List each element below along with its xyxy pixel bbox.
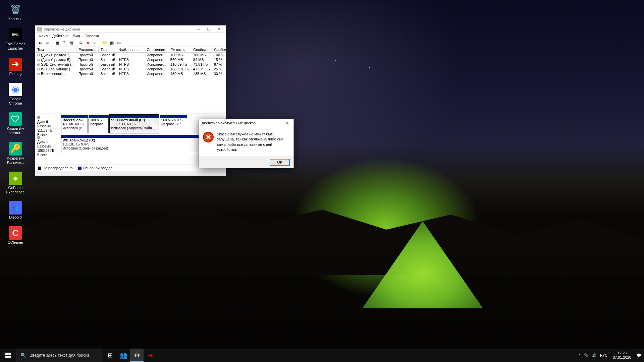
menu-вид[interactable]: Вид xyxy=(73,34,80,38)
column-header[interactable]: Тип xyxy=(98,47,117,53)
start-button[interactable] xyxy=(0,349,16,362)
check-button[interactable]: ✓ xyxy=(92,40,98,46)
partition[interactable]: SSD Системный (C:)110,69 ГБ NTFSИсправен… xyxy=(109,115,159,133)
list-button[interactable]: ▤ xyxy=(68,40,74,46)
taskbar-exitlag[interactable]: ➔ xyxy=(144,349,157,362)
refresh-button[interactable]: ? xyxy=(61,40,67,46)
partition-header xyxy=(61,115,88,118)
window-titlebar[interactable]: Управление дисками ─ ▢ ✕ xyxy=(35,25,226,33)
back-button[interactable]: ⇐ xyxy=(37,40,43,46)
partition-header xyxy=(160,115,187,118)
ok-button[interactable]: ОК xyxy=(270,159,289,165)
table-cell: Базовый xyxy=(98,67,117,71)
forward-button[interactable]: ⇒ xyxy=(44,40,50,46)
table-cell: Исправен... xyxy=(145,71,168,76)
disk-label[interactable]: ⛁ Диск 0Базовый111,77 ГБВ сети xyxy=(35,114,60,134)
table-cell: Простой xyxy=(76,57,98,62)
taskbar-discord[interactable]: 👥 xyxy=(117,349,130,362)
delete-button[interactable]: ✕ xyxy=(85,40,91,46)
tray-chevron-icon[interactable]: ^ xyxy=(579,353,581,357)
column-header[interactable]: Состояние xyxy=(145,47,168,53)
desktop-icon-chrome[interactable]: ◉Google Chrome xyxy=(3,83,28,106)
desktop-icon-recycle-bin[interactable]: 🗑️Корзина xyxy=(3,3,28,21)
table-cell: Базовый xyxy=(98,62,117,67)
volume-table-wrap: ТомРасполо...ТипФайловая с...СостояниеЕм… xyxy=(35,47,226,114)
kaspersky-internet-icon: 🛡 xyxy=(9,112,22,126)
volume-table[interactable]: ТомРасполо...ТипФайловая с...СостояниеЕм… xyxy=(35,47,226,76)
table-cell: (Диск 0 раздел 2) xyxy=(35,53,76,58)
partition[interactable]: 560 МБ NTFSИсправен (Разде xyxy=(160,115,187,133)
tray-language[interactable]: РУС xyxy=(600,353,607,357)
table-row[interactable]: SSD Системный (...ПростойБазовыйNTFSИспр… xyxy=(35,62,226,67)
partition[interactable]: 100 МБИсправен (I xyxy=(89,115,109,133)
dialog-titlebar[interactable]: Диспетчер виртуальных дисков ✕ xyxy=(199,119,293,127)
menu-действие[interactable]: Действие xyxy=(52,34,68,38)
partition[interactable]: Восстановить450 МБ NTFSИсправен (Разде xyxy=(61,115,88,133)
desktop-icon-ccleaner[interactable]: CCCleaner xyxy=(3,226,28,245)
folder-button[interactable]: 📁 xyxy=(102,40,108,46)
props-button[interactable]: ▦ xyxy=(109,40,115,46)
table-cell: 100 МБ xyxy=(191,53,212,58)
desktop-icon-kaspersky-internet[interactable]: 🛡Kaspersky Internet... xyxy=(3,112,28,135)
task-view-button[interactable]: ⊞ xyxy=(103,349,117,362)
disk-management-window: Управление дисками ─ ▢ ✕ ФайлДействиеВид… xyxy=(35,25,226,176)
desktop-icon-label: Kaspersky Passwor... xyxy=(3,156,28,165)
desktop-icon-label: Kaspersky Internet... xyxy=(3,126,28,135)
table-cell: Восстановить xyxy=(35,71,76,76)
minimize-button[interactable]: ─ xyxy=(194,26,204,33)
column-header[interactable]: Свободно % xyxy=(212,47,226,53)
taskbar-disk-mgmt[interactable]: ⛁ xyxy=(130,349,144,362)
table-row[interactable]: (Диск 0 раздел 2)ПростойБазовыйИсправен.… xyxy=(35,53,226,58)
chrome-icon: ◉ xyxy=(9,83,22,96)
partition-body: 100 МБИсправен (I xyxy=(89,118,108,133)
table-cell: Исправен... xyxy=(145,53,168,58)
close-button[interactable]: ✕ xyxy=(214,26,224,33)
column-header[interactable]: Том xyxy=(35,47,76,53)
geforce-icon: ◆ xyxy=(9,172,22,185)
table-cell: 135 МБ xyxy=(191,71,212,76)
window-title: Управление дисками xyxy=(44,27,194,31)
desktop-icon-geforce[interactable]: ◆GeForce Experience xyxy=(3,172,28,194)
table-cell: 110,69 ГБ xyxy=(168,62,191,67)
exitlag-icon: ➔ xyxy=(9,58,22,71)
view-button[interactable]: ▦ xyxy=(54,40,60,46)
column-header[interactable]: Свобод... xyxy=(191,47,212,53)
column-header[interactable]: Располо... xyxy=(76,47,98,53)
epic-games-icon: EPIC xyxy=(9,28,22,41)
dialog-close-button[interactable]: ✕ xyxy=(284,120,291,126)
desktop-icon-discord[interactable]: 👥Discord xyxy=(3,201,28,220)
table-row[interactable]: WD Хранилище (...ПростойБазовыйNTFSИспра… xyxy=(35,67,226,71)
table-row[interactable]: (Диск 0 раздел 5)ПростойБазовыйNTFSИспра… xyxy=(35,57,226,62)
column-header[interactable]: Файловая с... xyxy=(117,47,145,53)
desktop-icon-epic-games[interactable]: EPICEpic Games Launcher xyxy=(3,28,28,51)
table-row[interactable]: ВосстановитьПростойБазовыйNTFSИсправен..… xyxy=(35,71,226,76)
taskbar-search[interactable]: 🔍 Введите здесь текст для поиска xyxy=(16,349,103,362)
tray-power-icon[interactable]: 🔌 xyxy=(584,353,589,358)
disk-label[interactable]: ⛁ Диск 1Базовый1863,02 ГБВ сети xyxy=(35,134,60,154)
maximize-button[interactable]: ▢ xyxy=(204,26,214,33)
menu-файл[interactable]: Файл xyxy=(39,34,48,38)
partition-header xyxy=(61,135,218,138)
table-cell: 450 МБ xyxy=(168,71,191,76)
partition-header xyxy=(89,115,108,118)
menu-справка[interactable]: Справка xyxy=(85,34,99,38)
partition[interactable]: WD Хранилище (D:)1863,01 ГБ NTFSИсправен… xyxy=(61,135,219,153)
dialog-body: ✕ Указанная служба не может быть запущен… xyxy=(199,127,293,156)
desktop-icon-exitlag[interactable]: ➔ExitLag xyxy=(3,58,28,76)
drive-button[interactable]: ▭ xyxy=(116,40,122,46)
desktop-icon-kaspersky-password[interactable]: 🔑Kaspersky Passwor... xyxy=(3,142,28,165)
column-header[interactable]: Емкость xyxy=(168,47,191,53)
table-cell: Простой xyxy=(76,53,98,58)
ccleaner-icon: C xyxy=(9,226,22,240)
desktop-icons: 🗑️КорзинаEPICEpic Games Launcher➔ExitLag… xyxy=(3,3,28,245)
taskbar: 🔍 Введите здесь текст для поиска ⊞ 👥 ⛁ ➔… xyxy=(0,349,644,362)
tray-notifications-icon[interactable]: 💬 xyxy=(637,353,641,358)
discord-icon: 👥 xyxy=(9,201,22,215)
partition-body: WD Хранилище (D:)1863,01 ГБ NTFSИсправен… xyxy=(61,138,218,153)
table-cell: NTFS xyxy=(117,67,145,71)
tray-clock[interactable]: 12:28 07.01.2020 xyxy=(613,351,631,360)
partition-body: Восстановить450 МБ NTFSИсправен (Разде xyxy=(61,118,88,133)
tray-volume-icon[interactable]: 🔊 xyxy=(592,353,597,358)
settings-button[interactable]: ⚙ xyxy=(78,40,84,46)
table-cell: 100 МБ xyxy=(168,53,191,58)
